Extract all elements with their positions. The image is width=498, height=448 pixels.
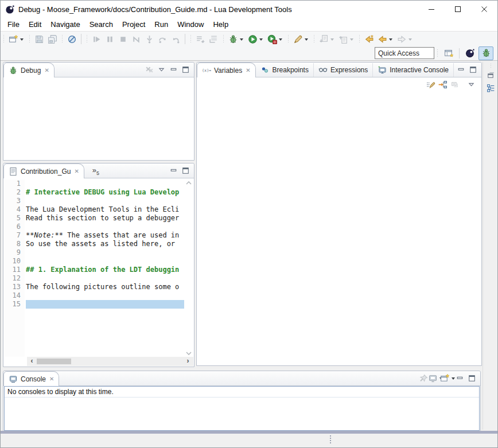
editor-line-15[interactable] xyxy=(26,300,184,309)
console-content[interactable]: No consoles to display at this time. xyxy=(4,386,480,431)
open-console-button[interactable] xyxy=(442,373,454,384)
menu-search[interactable]: Search xyxy=(85,18,118,30)
editor-line-1[interactable] xyxy=(26,180,184,188)
tab-debug[interactable]: Debug ✕ xyxy=(3,63,55,77)
run-button[interactable] xyxy=(246,32,266,46)
outline-view-button[interactable] xyxy=(485,82,496,94)
back-dropdown-caret[interactable] xyxy=(389,38,392,41)
maximize-button[interactable] xyxy=(180,165,192,177)
debug-perspective-button[interactable] xyxy=(478,46,493,60)
minimize-button[interactable] xyxy=(455,64,467,76)
line-number[interactable]: 3 xyxy=(4,197,25,205)
close-tab-icon[interactable]: ✕ xyxy=(49,376,54,382)
editor-line-4[interactable]: The Lua Development Tools in the Ecli xyxy=(26,205,184,214)
close-window-button[interactable] xyxy=(471,1,497,18)
maximize-button[interactable] xyxy=(466,373,478,384)
lua-perspective-button[interactable] xyxy=(462,46,477,60)
toolbar-grip[interactable] xyxy=(359,35,360,43)
toolbar-grip[interactable] xyxy=(437,49,438,57)
line-number[interactable]: 12 xyxy=(4,274,25,283)
line-number[interactable]: 1 xyxy=(4,180,25,188)
back-button[interactable] xyxy=(376,32,395,46)
editor-line-11[interactable]: ## 1. Explanation of the LDT debuggin xyxy=(26,266,184,274)
menu-run[interactable]: Run xyxy=(150,18,173,30)
line-number[interactable]: 4 xyxy=(4,205,25,214)
minimize-button[interactable] xyxy=(168,64,180,76)
run-dropdown-caret[interactable] xyxy=(259,38,263,41)
scroll-right-icon[interactable]: › xyxy=(184,357,192,365)
line-number[interactable]: 13 xyxy=(4,283,25,291)
tab-expressions[interactable]: Expressions xyxy=(314,63,373,77)
editor-line-13[interactable]: The following pictures outline some o xyxy=(26,283,184,291)
debug-button[interactable] xyxy=(227,32,246,46)
editor-line-3[interactable] xyxy=(26,197,184,205)
tab-interactive-console[interactable]: Interactive Console xyxy=(373,63,454,77)
editor-line-7[interactable]: **Note:** The assets that are used in xyxy=(26,231,184,240)
close-tab-icon[interactable]: ✕ xyxy=(246,68,250,73)
external-tools-dropdown-caret[interactable] xyxy=(305,38,308,41)
menu-window[interactable]: Window xyxy=(173,18,208,30)
view-menu-button[interactable] xyxy=(465,79,477,91)
menu-help[interactable]: Help xyxy=(208,18,233,30)
variables-view-content[interactable] xyxy=(197,92,481,365)
menu-project[interactable]: Project xyxy=(118,18,150,30)
menu-navigate[interactable]: Navigate xyxy=(46,18,84,30)
minimize-window-button[interactable] xyxy=(418,1,445,18)
toolbar-grip[interactable] xyxy=(86,35,88,43)
line-number[interactable]: 11 xyxy=(4,266,25,274)
new-wizard-button[interactable] xyxy=(7,32,26,46)
skip-breakpoints-button[interactable] xyxy=(65,32,79,46)
editor-line-10[interactable] xyxy=(26,257,184,266)
editor-line-12[interactable] xyxy=(26,274,184,283)
toolbar-grip[interactable] xyxy=(3,35,5,43)
run-coverage-dropdown-caret[interactable] xyxy=(279,38,282,41)
line-number[interactable]: 14 xyxy=(4,291,25,300)
scroll-up-icon[interactable] xyxy=(185,180,192,185)
toolbar-grip[interactable] xyxy=(29,35,30,43)
line-number-ruler[interactable]: 123456789101112131415 xyxy=(4,180,25,357)
quick-access-input[interactable] xyxy=(375,47,434,59)
editor-line-8[interactable]: So use the assets as listed here, or xyxy=(26,240,184,248)
line-number[interactable]: 8 xyxy=(4,240,25,248)
show-type-names-button[interactable] xyxy=(425,79,437,91)
run-coverage-button[interactable] xyxy=(266,32,285,46)
tab-contribution-guide[interactable]: Contribution_Gu ✕ xyxy=(3,163,84,178)
trim-grip[interactable] xyxy=(490,64,492,68)
editor-line-9[interactable] xyxy=(26,248,184,257)
editor-line-6[interactable] xyxy=(26,223,184,231)
editor-vertical-scrollbar[interactable] xyxy=(184,178,193,357)
tab-variables[interactable]: (x)=Variables✕ xyxy=(197,63,256,77)
line-number[interactable]: 2 xyxy=(4,188,25,197)
editor-line-2[interactable]: # Interactive DEBUG using Lua Develop xyxy=(26,188,184,197)
line-number[interactable]: 7 xyxy=(4,231,25,240)
editor-line-14[interactable] xyxy=(26,291,184,300)
toolbar-grip[interactable] xyxy=(313,35,315,43)
external-tools-button[interactable] xyxy=(291,32,311,46)
show-logical-structures-button[interactable] xyxy=(437,79,449,91)
tab-console[interactable]: Console ✕ xyxy=(3,371,59,386)
maximize-button[interactable] xyxy=(467,64,479,76)
toolbar-grip[interactable] xyxy=(287,35,289,43)
fastview-restore-button[interactable] xyxy=(485,69,496,81)
close-tab-icon[interactable]: ✕ xyxy=(74,169,79,174)
minimize-button[interactable] xyxy=(454,373,466,384)
line-number[interactable]: 9 xyxy=(4,248,25,257)
minimize-button[interactable] xyxy=(168,165,180,177)
line-number[interactable]: 10 xyxy=(4,257,25,266)
toolbar-grip[interactable] xyxy=(61,35,63,43)
menu-file[interactable]: File xyxy=(3,18,24,30)
maximize-button[interactable] xyxy=(180,64,192,76)
hidden-editors-chevron[interactable]: »5 xyxy=(92,166,99,176)
scroll-left-icon[interactable]: ‹ xyxy=(28,357,36,365)
toolbar-grip[interactable] xyxy=(223,35,224,43)
status-drag-handle[interactable] xyxy=(330,435,331,443)
menu-edit[interactable]: Edit xyxy=(24,18,46,30)
toolbar-grip[interactable] xyxy=(190,35,192,43)
editor-line-5[interactable]: Read this section to setup a debugger xyxy=(26,214,184,223)
debug-view-content[interactable] xyxy=(4,77,193,159)
tab-breakpoints[interactable]: Breakpoints xyxy=(256,63,314,77)
horizontal-scroll-thumb[interactable] xyxy=(37,359,71,364)
editor-horizontal-scrollbar[interactable]: ‹ › xyxy=(4,357,193,366)
scroll-down-icon[interactable] xyxy=(185,350,192,356)
new-wizard-dropdown-caret[interactable] xyxy=(20,38,24,41)
